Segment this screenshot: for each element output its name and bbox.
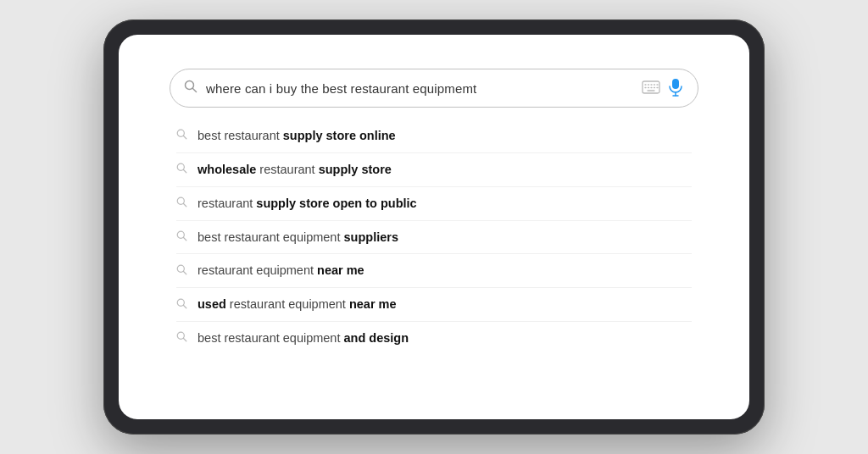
svg-line-1: [193, 89, 197, 92]
suggestion-text: wholesale restaurant supply store: [198, 162, 392, 178]
search-query-text: where can i buy the best restaurant equi…: [206, 81, 633, 96]
tablet-screen: where can i buy the best restaurant equi…: [119, 35, 749, 419]
suggestion-item[interactable]: restaurant supply store open to public: [170, 187, 698, 220]
suggestion-search-icon: [176, 298, 187, 312]
suggestion-item[interactable]: wholesale restaurant supply store: [170, 153, 698, 186]
suggestion-item[interactable]: restaurant equipment near me: [170, 254, 698, 287]
suggestion-search-icon: [176, 163, 187, 176]
suggestion-item[interactable]: best restaurant equipment and design: [170, 322, 698, 355]
suggestion-search-icon: [176, 197, 187, 210]
svg-line-24: [184, 237, 186, 240]
suggestion-search-icon: [176, 264, 187, 278]
suggestion-search-icon: [176, 129, 187, 142]
svg-line-22: [184, 204, 186, 207]
suggestion-text: best restaurant equipment and design: [198, 330, 409, 346]
suggestion-text: used restaurant equipment near me: [198, 296, 397, 313]
suggestion-item[interactable]: best restaurant supply store online: [170, 119, 698, 152]
suggestion-search-icon: [176, 331, 187, 345]
tablet-frame: where can i buy the best restaurant equi…: [103, 19, 765, 435]
svg-line-28: [184, 305, 186, 307]
svg-rect-14: [672, 79, 679, 89]
suggestion-text: best restaurant equipment suppliers: [198, 230, 398, 246]
suggestion-item[interactable]: best restaurant equipment suppliers: [170, 221, 698, 254]
suggestion-text: restaurant supply store open to public: [198, 196, 417, 212]
search-bar[interactable]: where can i buy the best restaurant equi…: [170, 69, 698, 108]
keyboard-icon[interactable]: [642, 80, 660, 97]
suggestions-list: best restaurant supply store online whol…: [170, 116, 698, 358]
suggestion-text: best restaurant supply store online: [198, 128, 396, 144]
search-icon: [184, 80, 198, 97]
svg-line-20: [184, 170, 186, 173]
svg-line-18: [184, 136, 186, 139]
suggestion-text: restaurant equipment near me: [198, 263, 364, 279]
microphone-icon[interactable]: [669, 78, 684, 98]
svg-line-30: [184, 339, 186, 341]
svg-line-26: [184, 271, 186, 274]
suggestion-item[interactable]: used restaurant equipment near me: [170, 288, 698, 321]
suggestion-search-icon: [176, 230, 187, 244]
